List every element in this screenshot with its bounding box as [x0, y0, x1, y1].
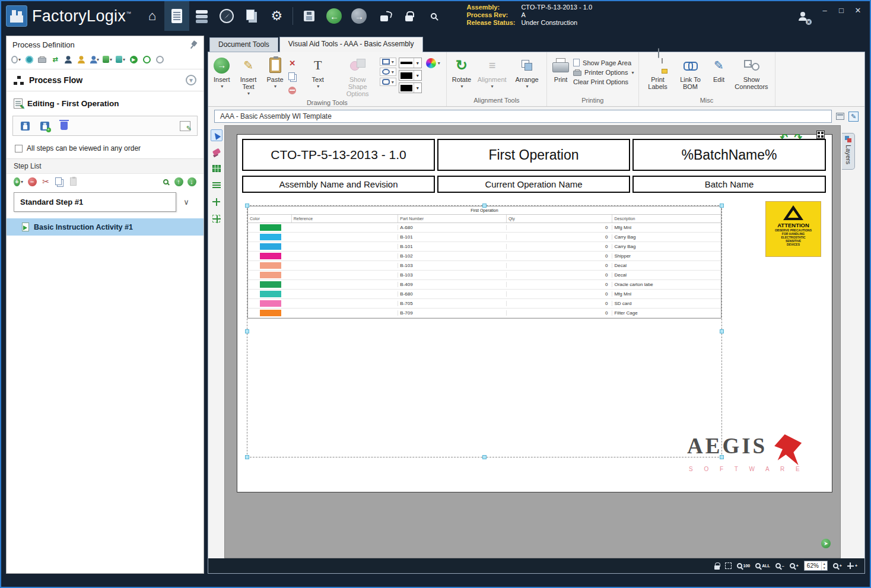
copy-step-button[interactable]: [55, 177, 64, 186]
batch-name-box[interactable]: %BatchName%: [632, 139, 826, 171]
redo-arrow-icon[interactable]: ↷: [794, 132, 802, 143]
rotate-button[interactable]: ↻ Rotate▾: [451, 55, 472, 91]
layers-tab[interactable]: Layers: [842, 133, 855, 170]
clear-print-options-button[interactable]: Clear Print Options: [573, 78, 634, 85]
table-row[interactable]: B-4090Oracle carton labe: [248, 280, 721, 290]
options-menu-button[interactable]: ▾: [11, 55, 21, 64]
step-name-box[interactable]: Standard Step #1: [14, 192, 176, 212]
format-brush-tool-button[interactable]: [211, 146, 222, 158]
move-step-up-button[interactable]: ↑: [174, 177, 183, 186]
user-button[interactable]: ✕: [789, 1, 816, 31]
stroke-color-select[interactable]: ▾: [399, 70, 422, 81]
anchor-tool-button[interactable]: [211, 212, 222, 224]
assembly-caption-box[interactable]: Assembly Name and Revision: [242, 176, 435, 193]
edit-button[interactable]: ✎ Edit: [708, 55, 730, 84]
table-row[interactable]: B-1030Decal: [248, 271, 721, 280]
templates-button[interactable]: [239, 1, 264, 31]
back-button[interactable]: ←: [322, 1, 347, 31]
paste-button[interactable]: Paste▾: [266, 55, 285, 91]
zoom-all-button[interactable]: ALL: [755, 563, 770, 568]
save-button[interactable]: [297, 1, 322, 31]
minimize-button[interactable]: –: [816, 1, 833, 19]
zoom-lock-button[interactable]: [714, 562, 720, 570]
zoom-in-button[interactable]: +: [790, 563, 799, 568]
edit-template-button[interactable]: ✎: [848, 112, 859, 122]
start-button[interactable]: ▶: [129, 55, 138, 64]
assembly-name-box[interactable]: CTO-TP-5-13-2013 - 1.0: [242, 139, 435, 171]
maximize-button[interactable]: □: [833, 1, 850, 19]
close-button[interactable]: ✕: [850, 1, 866, 19]
globe-button[interactable]: [24, 55, 34, 64]
table-row[interactable]: B-7050SD card: [248, 299, 721, 309]
delete-step-button[interactable]: [55, 118, 73, 134]
zoom-out-button[interactable]: –: [775, 563, 784, 568]
process-definition-button[interactable]: [164, 1, 189, 31]
table-row[interactable]: B-6800Mfg Mnl: [248, 290, 721, 299]
pin-icon[interactable]: [187, 39, 199, 51]
edit-notes-button[interactable]: [176, 118, 194, 134]
guides-tool-button[interactable]: [211, 179, 222, 191]
forward-button[interactable]: →: [347, 1, 371, 31]
batch-caption-box[interactable]: Batch Name: [632, 176, 826, 193]
insert-text-button[interactable]: ✎ Insert Text▾: [234, 55, 263, 98]
float-window-button[interactable]: [836, 113, 844, 120]
lock-button[interactable]: [396, 1, 421, 31]
release-button[interactable]: [142, 55, 151, 64]
zoom-level-select[interactable]: 62% ▲▼: [804, 561, 828, 571]
table-row[interactable]: B-1010Carry Bag: [248, 233, 721, 242]
any-order-checkbox[interactable]: [15, 145, 23, 152]
tab-visual-aid-tools[interactable]: Visual Aid Tools - AAA - Basic Assembly: [279, 37, 423, 52]
printer-options-button[interactable]: Printer Options▾: [573, 69, 634, 76]
print-button-ribbon[interactable]: Print: [551, 55, 570, 84]
inspect-button[interactable]: [421, 1, 446, 31]
materials-button[interactable]: [189, 1, 214, 31]
insert-button[interactable]: → Insert▾: [212, 55, 231, 91]
home-button[interactable]: ⌂: [139, 1, 164, 31]
zoom-spinner[interactable]: ▲▼: [821, 562, 827, 570]
zoom-region-button[interactable]: [725, 562, 732, 569]
zoom-100-button[interactable]: 100: [737, 563, 751, 568]
line-style-select[interactable]: ▾: [399, 58, 422, 68]
rectangle-tool-button[interactable]: ▾: [380, 58, 396, 66]
operator-button[interactable]: [63, 55, 73, 64]
save-step-button[interactable]: [16, 118, 34, 134]
arrange-button[interactable]: Arrange▾: [511, 55, 542, 91]
transfer-button[interactable]: ⇄: [50, 55, 60, 64]
wi-page[interactable]: CTO-TP-5-13-2013 - 1.0 First Operation %…: [237, 134, 832, 492]
show-page-area-button[interactable]: Show Page Area: [573, 59, 634, 66]
navigator-button[interactable]: [214, 1, 239, 31]
color-picker-button[interactable]: ▾: [424, 58, 442, 69]
tab-document-tools[interactable]: Document Tools: [209, 37, 278, 52]
table-row[interactable]: B-7090Filter Cage: [248, 309, 721, 318]
print-labels-button[interactable]: Print Labels: [643, 55, 673, 91]
unlock-button[interactable]: [371, 1, 396, 31]
process-flow-row[interactable]: Process Flow ▼: [7, 69, 204, 91]
pan-view-button[interactable]: +: [847, 562, 857, 569]
format-remove-button[interactable]: [288, 85, 297, 95]
move-step-down-button[interactable]: ↓: [187, 177, 196, 186]
table-row[interactable]: A-6800Mfg Mnl: [248, 223, 721, 233]
find-step-button[interactable]: [161, 177, 170, 186]
bom-table[interactable]: First Operation Color Reference Part Num…: [247, 206, 721, 319]
text-button[interactable]: T Text▾: [306, 55, 330, 91]
print-button[interactable]: [37, 55, 47, 64]
table-row[interactable]: B-1020Shipper: [248, 252, 721, 261]
rounded-rect-tool-button[interactable]: ▾: [380, 78, 396, 86]
activity-item-selected[interactable]: Basic Instruction Activity #1: [7, 218, 204, 236]
remove-step-button[interactable]: –: [27, 177, 37, 186]
grid-tool-button[interactable]: [211, 163, 222, 174]
fill-color-select[interactable]: ▾: [399, 82, 422, 93]
add-step-button[interactable]: +▾: [14, 177, 23, 186]
alignment-button[interactable]: ≡ Alignment▾: [475, 55, 508, 91]
cut-step-button[interactable]: ✂: [41, 177, 50, 186]
expand-view-button[interactable]: ➤: [821, 539, 831, 548]
trainer-button[interactable]: [77, 55, 86, 64]
operation-caption-box[interactable]: Current Operation Name: [437, 176, 630, 193]
pointer-tool-button[interactable]: [211, 129, 222, 141]
snap-tool-button[interactable]: [211, 196, 222, 208]
paste-step-button[interactable]: [68, 177, 78, 186]
collapse-icon[interactable]: ▼: [186, 75, 196, 85]
table-row[interactable]: B-1010Carry Bag: [248, 242, 721, 252]
zoom-fit-button[interactable]: +: [833, 563, 842, 568]
assign-user-button[interactable]: ▾: [90, 55, 99, 64]
